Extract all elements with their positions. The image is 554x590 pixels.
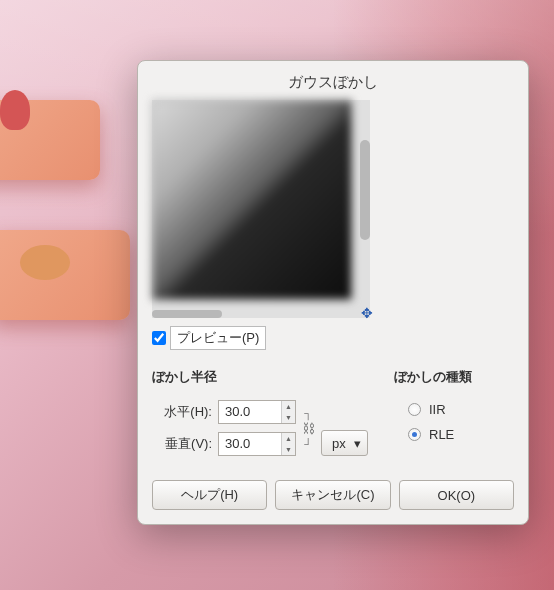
chevron-down-icon: ▾ [354, 436, 361, 451]
vertical-value[interactable]: 30.0 [219, 433, 281, 455]
radius-title: ぼかし半径 [152, 368, 374, 386]
ok-button[interactable]: OK(O) [399, 480, 514, 510]
link-bracket-bottom: ┘ [305, 438, 313, 450]
preview-label[interactable]: プレビュー(P) [170, 326, 266, 350]
blur-radius-section: ぼかし半径 水平(H): 30.0 ▲ ▼ [152, 368, 374, 456]
vertical-spinbox[interactable]: 30.0 ▲ ▼ [218, 432, 296, 456]
horizontal-step-down[interactable]: ▼ [282, 412, 295, 423]
cancel-button[interactable]: キャンセル(C) [275, 480, 390, 510]
radio-rle[interactable]: RLE [408, 427, 514, 442]
preview-scrollbar-horizontal[interactable] [152, 310, 222, 318]
dialog-title: ガウスぼかし [138, 61, 528, 100]
radio-iir[interactable]: IIR [408, 402, 514, 417]
type-title: ぼかしの種類 [394, 368, 514, 386]
chain-icon: ⛓ [302, 421, 315, 436]
help-button[interactable]: ヘルプ(H) [152, 480, 267, 510]
horizontal-step-up[interactable]: ▲ [282, 401, 295, 412]
unit-value: px [332, 436, 346, 451]
vertical-label: 垂直(V): [152, 435, 212, 453]
bg-shape [20, 245, 70, 280]
horizontal-label: 水平(H): [152, 403, 212, 421]
preview-area[interactable]: ✥ [152, 100, 370, 318]
preview-image [152, 100, 352, 300]
horizontal-value[interactable]: 30.0 [219, 401, 281, 423]
gaussian-blur-dialog: ガウスぼかし ✥ プレビュー(P) ぼかし半径 水平(H): 30.0 [137, 60, 529, 525]
bg-shape [0, 90, 30, 130]
vertical-step-down[interactable]: ▼ [282, 444, 295, 455]
radio-iir-label: IIR [429, 402, 446, 417]
unit-select[interactable]: px ▾ [321, 430, 368, 456]
preview-scrollbar-vertical[interactable] [360, 140, 370, 240]
radio-iir-button[interactable] [408, 403, 421, 416]
move-icon[interactable]: ✥ [361, 305, 373, 321]
horizontal-spinbox[interactable]: 30.0 ▲ ▼ [218, 400, 296, 424]
radio-rle-button[interactable] [408, 428, 421, 441]
link-values-toggle[interactable]: ┐ ⛓ ┘ [302, 407, 315, 450]
bg-tray [0, 230, 130, 320]
blur-type-section: ぼかしの種類 IIR RLE [394, 368, 514, 456]
preview-checkbox[interactable] [152, 331, 166, 345]
radio-rle-label: RLE [429, 427, 454, 442]
vertical-step-up[interactable]: ▲ [282, 433, 295, 444]
link-bracket-top: ┐ [305, 407, 313, 419]
